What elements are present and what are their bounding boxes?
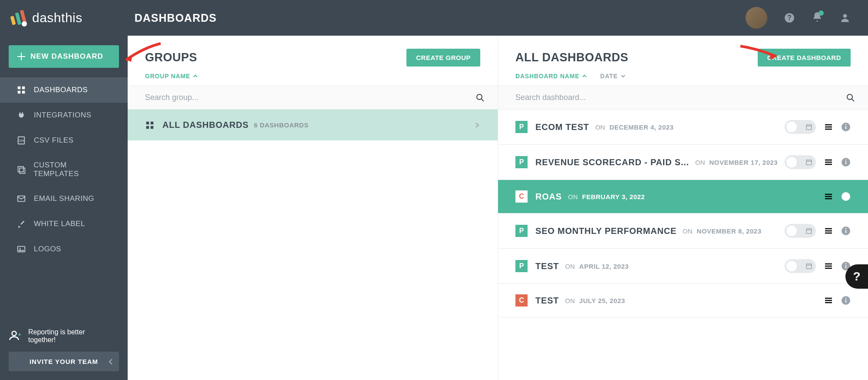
user-icon[interactable] bbox=[839, 12, 851, 23]
svg-point-17 bbox=[20, 248, 21, 249]
dashboard-date: FEBRUARY 3, 2022 bbox=[582, 193, 645, 200]
svg-rect-38 bbox=[845, 230, 846, 233]
svg-rect-14 bbox=[20, 168, 25, 173]
schedule-toggle[interactable] bbox=[785, 259, 816, 273]
on-label: ON bbox=[595, 123, 605, 131]
sidebar-item-logos[interactable]: LOGOS bbox=[0, 237, 128, 262]
svg-point-6 bbox=[843, 14, 847, 18]
dashboards-title: ALL DASHBOARDS bbox=[515, 51, 628, 64]
search-icon bbox=[476, 93, 485, 102]
help-fab[interactable]: ? bbox=[845, 264, 868, 289]
search-icon bbox=[846, 93, 855, 102]
dashboard-row[interactable]: CTESTONJULY 25, 2023 bbox=[498, 284, 868, 317]
dashboard-row[interactable]: PTESTONAPRIL 12, 2023 bbox=[498, 249, 868, 284]
svg-rect-20 bbox=[146, 121, 149, 124]
schedule-toggle[interactable] bbox=[785, 120, 816, 134]
search-group-input[interactable] bbox=[128, 86, 498, 109]
svg-point-19 bbox=[477, 94, 482, 100]
sort-dashboard-name[interactable]: DASHBOARD NAME bbox=[515, 73, 587, 80]
promo-line1: Reporting is better bbox=[28, 328, 85, 336]
sort-asc-icon bbox=[193, 73, 198, 79]
promo-line2: together! bbox=[28, 336, 85, 344]
dashboard-row[interactable]: PECOM TESTONDECEMBER 4, 2023 bbox=[498, 110, 868, 145]
sidebar-item-csv[interactable]: CSV CSV FILES bbox=[0, 128, 128, 153]
sort-date[interactable]: DATE bbox=[600, 73, 625, 80]
schedule-toggle[interactable] bbox=[785, 224, 816, 238]
sidebar-item-label: INTEGRATIONS bbox=[34, 111, 91, 120]
notifications-button[interactable] bbox=[812, 11, 823, 24]
sidebar-item-whitelabel[interactable]: WHITE LABEL bbox=[0, 211, 128, 237]
dashboard-type-badge: P bbox=[515, 225, 528, 237]
dashboard-date: JULY 25, 2023 bbox=[579, 297, 625, 304]
svg-rect-13 bbox=[18, 167, 23, 172]
dashboard-row[interactable]: PREVENUE SCORECARD - PAID S...ONNOVEMBER… bbox=[498, 145, 868, 180]
brand-logo[interactable]: dashthis bbox=[9, 8, 83, 27]
invite-team-button[interactable]: INVITE YOUR TEAM bbox=[9, 352, 119, 371]
logo-icon bbox=[9, 8, 28, 27]
create-group-button[interactable]: CREATE GROUP bbox=[406, 49, 480, 67]
svg-rect-10 bbox=[22, 91, 25, 93]
menu-icon[interactable] bbox=[824, 226, 833, 236]
svg-rect-34 bbox=[845, 196, 846, 199]
dashboard-row[interactable]: PSEO MONTHLY PERFORMANCEONNOVEMBER 8, 20… bbox=[498, 213, 868, 249]
sidebar-item-label: WHITE LABEL bbox=[34, 220, 85, 228]
svg-rect-21 bbox=[151, 121, 153, 124]
menu-icon[interactable] bbox=[824, 157, 833, 167]
new-dashboard-button[interactable]: NEW DASHBOARD bbox=[9, 45, 119, 68]
dashboard-date: NOVEMBER 17, 2023 bbox=[709, 159, 778, 166]
sidebar-item-dashboards[interactable]: DASHBOARDS bbox=[0, 77, 128, 103]
info-icon[interactable] bbox=[841, 192, 851, 201]
svg-rect-0 bbox=[10, 16, 16, 25]
menu-icon[interactable] bbox=[824, 122, 833, 132]
avatar[interactable] bbox=[746, 7, 767, 29]
topbar: dashthis DASHBOARDS ? bbox=[0, 0, 868, 36]
dashboard-date: DECEMBER 4, 2023 bbox=[609, 123, 673, 131]
schedule-toggle[interactable] bbox=[785, 155, 816, 169]
create-dashboard-button[interactable]: CREATE DASHBOARD bbox=[758, 49, 851, 67]
sidebar-item-email[interactable]: EMAIL SHARING bbox=[0, 186, 128, 211]
mail-icon bbox=[17, 194, 26, 203]
dashboard-row[interactable]: CROASONFEBRUARY 3, 2022 bbox=[498, 180, 868, 213]
svg-point-43 bbox=[845, 263, 847, 265]
chevron-right-icon bbox=[474, 122, 480, 128]
search-dashboard-input[interactable] bbox=[498, 86, 868, 109]
group-name: ALL DASHBOARDS bbox=[162, 120, 249, 130]
page-title: DASHBOARDS bbox=[135, 12, 217, 24]
svg-rect-25 bbox=[806, 125, 812, 130]
sidebar: NEW DASHBOARD DASHBOARDS INTEGRATIONS CS… bbox=[0, 36, 128, 380]
menu-icon[interactable] bbox=[824, 261, 833, 271]
dashboard-type-badge: P bbox=[515, 260, 528, 272]
info-icon[interactable] bbox=[841, 157, 851, 167]
sidebar-item-integrations[interactable]: INTEGRATIONS bbox=[0, 103, 128, 128]
notification-dot bbox=[818, 10, 824, 16]
sort-asc-icon bbox=[582, 73, 587, 79]
dashboard-type-badge: C bbox=[515, 294, 528, 307]
group-count: 6 DASHBOARDS bbox=[254, 121, 309, 129]
sort-group-name[interactable]: GROUP NAME bbox=[145, 73, 198, 80]
csv-icon: CSV bbox=[17, 136, 26, 145]
svg-rect-9 bbox=[18, 91, 20, 93]
info-icon[interactable] bbox=[841, 122, 851, 132]
on-label: ON bbox=[695, 159, 705, 166]
svg-point-39 bbox=[845, 228, 847, 230]
svg-rect-8 bbox=[22, 87, 25, 89]
menu-icon[interactable] bbox=[824, 296, 833, 305]
svg-rect-27 bbox=[845, 126, 846, 129]
svg-text:?: ? bbox=[787, 13, 792, 21]
help-icon[interactable]: ? bbox=[784, 12, 795, 23]
group-all-dashboards[interactable]: ALL DASHBOARDS 6 DASHBOARDS bbox=[128, 110, 498, 140]
dashboard-type-badge: P bbox=[515, 121, 528, 133]
svg-rect-36 bbox=[806, 229, 812, 233]
info-icon[interactable] bbox=[841, 296, 851, 305]
sidebar-item-templates[interactable]: CUSTOM TEMPLATES bbox=[0, 153, 128, 186]
svg-point-3 bbox=[22, 21, 27, 27]
svg-point-28 bbox=[845, 124, 847, 126]
on-label: ON bbox=[565, 297, 575, 304]
menu-icon[interactable] bbox=[824, 192, 833, 201]
svg-rect-40 bbox=[806, 264, 812, 269]
info-icon[interactable] bbox=[841, 226, 851, 236]
svg-rect-1 bbox=[15, 12, 22, 25]
calendar-icon bbox=[805, 159, 812, 166]
dashboard-name: TEST bbox=[535, 296, 559, 306]
collapse-sidebar-button[interactable] bbox=[108, 358, 115, 367]
